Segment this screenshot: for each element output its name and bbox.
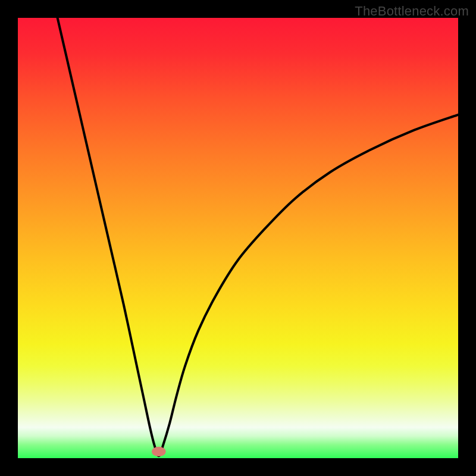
bottleneck-curve (58, 18, 458, 456)
chart-stage: TheBottleneck.com (0, 0, 476, 476)
chart-overlay (18, 18, 458, 458)
min-marker (152, 447, 166, 456)
watermark-text: TheBottleneck.com (355, 4, 469, 19)
plot-area (18, 18, 458, 458)
